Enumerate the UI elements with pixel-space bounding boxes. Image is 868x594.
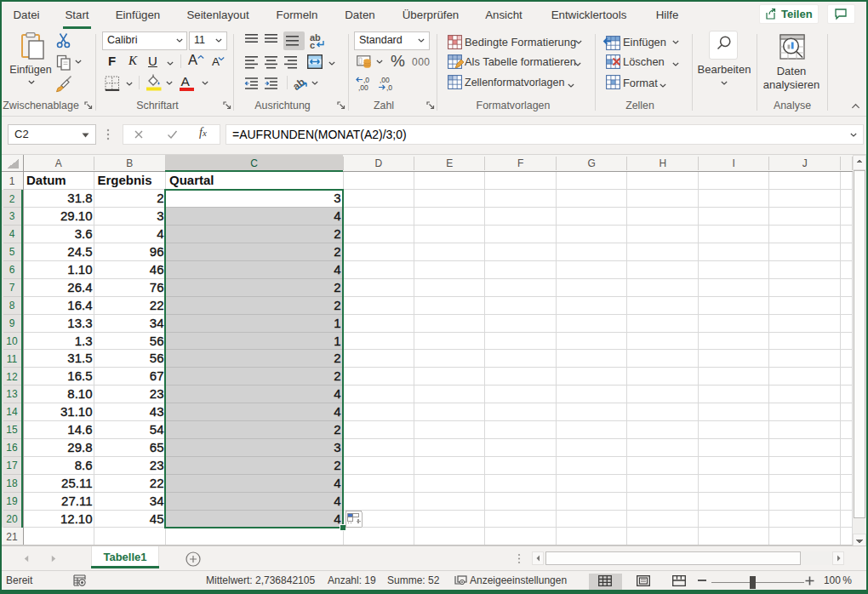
svg-text:3: 3 xyxy=(334,440,340,454)
svg-text:26.4: 26.4 xyxy=(67,280,92,294)
svg-text:14: 14 xyxy=(6,406,18,418)
svg-text:9: 9 xyxy=(9,317,15,329)
svg-text:31.8: 31.8 xyxy=(67,191,92,205)
svg-text:14.6: 14.6 xyxy=(67,422,92,437)
svg-text:12.10: 12.10 xyxy=(60,511,93,526)
svg-text:24.5: 24.5 xyxy=(67,244,92,259)
svg-text:G: G xyxy=(588,157,596,169)
svg-text:18: 18 xyxy=(6,477,18,489)
svg-text:3: 3 xyxy=(334,191,340,205)
svg-text:8.10: 8.10 xyxy=(67,386,92,401)
svg-text:I: I xyxy=(733,157,735,169)
svg-text:16.4: 16.4 xyxy=(67,298,92,312)
svg-text:17: 17 xyxy=(6,460,18,471)
svg-text:3: 3 xyxy=(157,208,163,223)
svg-text:23: 23 xyxy=(150,386,164,401)
svg-text:D: D xyxy=(374,157,382,169)
svg-text:34: 34 xyxy=(150,316,164,330)
svg-text:C: C xyxy=(250,157,258,169)
svg-text:22: 22 xyxy=(150,298,164,312)
svg-text:76: 76 xyxy=(150,280,164,294)
svg-text:J: J xyxy=(802,157,808,169)
svg-text:2: 2 xyxy=(334,351,340,365)
svg-text:7: 7 xyxy=(9,282,15,294)
svg-text:21: 21 xyxy=(6,531,18,543)
svg-text:2: 2 xyxy=(334,368,340,383)
svg-text:13: 13 xyxy=(6,388,18,400)
svg-text:16.5: 16.5 xyxy=(67,368,92,383)
svg-text:1: 1 xyxy=(334,316,340,330)
svg-text:B: B xyxy=(126,157,133,169)
svg-text:29.8: 29.8 xyxy=(67,440,92,454)
svg-text:2: 2 xyxy=(9,193,15,205)
svg-text:4: 4 xyxy=(334,208,340,223)
svg-text:46: 46 xyxy=(150,262,164,277)
svg-text:20: 20 xyxy=(6,513,18,525)
svg-text:4: 4 xyxy=(334,511,340,526)
svg-text:4: 4 xyxy=(9,228,15,240)
svg-text:11: 11 xyxy=(7,353,18,365)
svg-text:3: 3 xyxy=(9,210,15,222)
svg-text:2: 2 xyxy=(334,422,340,437)
svg-text:2: 2 xyxy=(334,458,340,472)
svg-text:4: 4 xyxy=(334,262,340,277)
svg-text:13.3: 13.3 xyxy=(67,316,92,330)
svg-text:8.6: 8.6 xyxy=(75,458,93,472)
svg-text:15: 15 xyxy=(6,424,18,436)
svg-text:Ergebnis: Ergebnis xyxy=(98,173,152,187)
svg-text:56: 56 xyxy=(150,334,164,348)
svg-text:29.10: 29.10 xyxy=(60,208,93,223)
svg-text:12: 12 xyxy=(6,371,18,383)
svg-text:1.10: 1.10 xyxy=(67,262,92,277)
svg-text:96: 96 xyxy=(150,244,164,259)
svg-text:1.3: 1.3 xyxy=(75,334,93,348)
svg-text:2: 2 xyxy=(157,191,163,205)
svg-text:65: 65 xyxy=(150,440,164,454)
svg-text:E: E xyxy=(446,157,453,169)
svg-text:H: H xyxy=(659,157,666,169)
svg-text:4: 4 xyxy=(334,404,340,419)
svg-text:1: 1 xyxy=(334,334,340,348)
svg-text:54: 54 xyxy=(150,422,164,437)
svg-text:,0: ,0 xyxy=(386,83,392,92)
svg-text:19: 19 xyxy=(6,495,18,507)
svg-text:Datum: Datum xyxy=(26,173,66,187)
svg-text:5: 5 xyxy=(9,246,15,258)
svg-text:10: 10 xyxy=(6,335,18,347)
svg-text:1: 1 xyxy=(9,175,15,187)
svg-text:43: 43 xyxy=(150,404,164,419)
svg-text:4: 4 xyxy=(334,494,340,508)
svg-text:27.11: 27.11 xyxy=(61,494,92,508)
svg-text:F: F xyxy=(517,157,523,169)
svg-text:2: 2 xyxy=(334,298,340,312)
svg-text:4: 4 xyxy=(334,476,340,490)
svg-text:3.6: 3.6 xyxy=(75,226,93,241)
svg-text:6: 6 xyxy=(9,264,15,276)
svg-text:22: 22 xyxy=(150,476,164,490)
svg-text:16: 16 xyxy=(6,442,18,454)
svg-text:8: 8 xyxy=(9,300,15,311)
svg-text:56: 56 xyxy=(150,351,164,365)
svg-text:A: A xyxy=(55,157,62,169)
svg-text:4: 4 xyxy=(157,226,163,241)
svg-text:2: 2 xyxy=(334,226,340,241)
svg-text:4: 4 xyxy=(334,386,340,401)
svg-text:45: 45 xyxy=(150,511,164,526)
svg-text:67: 67 xyxy=(150,368,164,383)
svg-text:25.11: 25.11 xyxy=(61,476,92,490)
svg-text:2: 2 xyxy=(334,244,340,259)
svg-text:,00: ,00 xyxy=(358,83,368,92)
svg-text:34: 34 xyxy=(150,494,164,508)
svg-text:2: 2 xyxy=(334,280,340,294)
svg-text:Quartal: Quartal xyxy=(169,173,214,187)
svg-text:23: 23 xyxy=(150,458,164,472)
svg-text:31.5: 31.5 xyxy=(67,351,92,365)
svg-text:31.10: 31.10 xyxy=(60,404,93,419)
